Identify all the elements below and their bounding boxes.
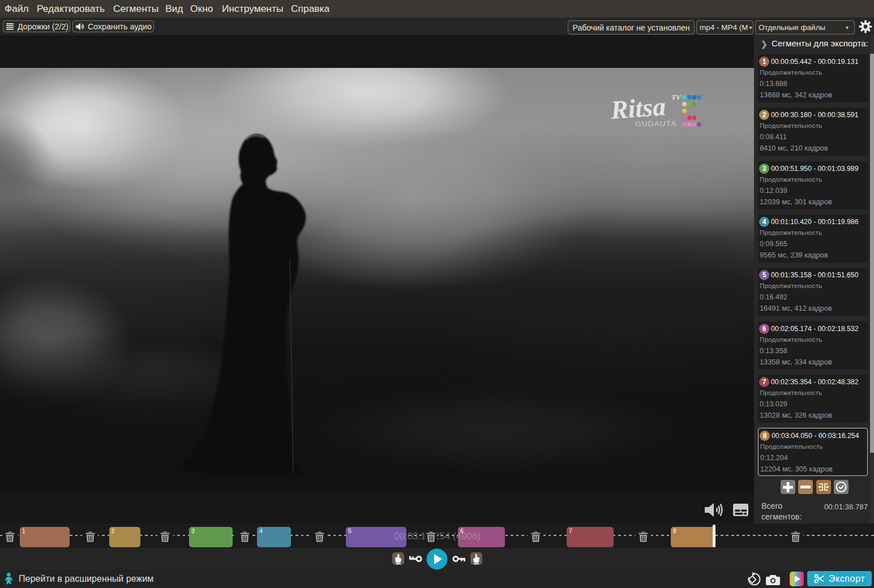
svg-text:GUDAUTA: GUDAUTA	[635, 119, 676, 128]
svg-text:TV: TV	[671, 93, 682, 101]
